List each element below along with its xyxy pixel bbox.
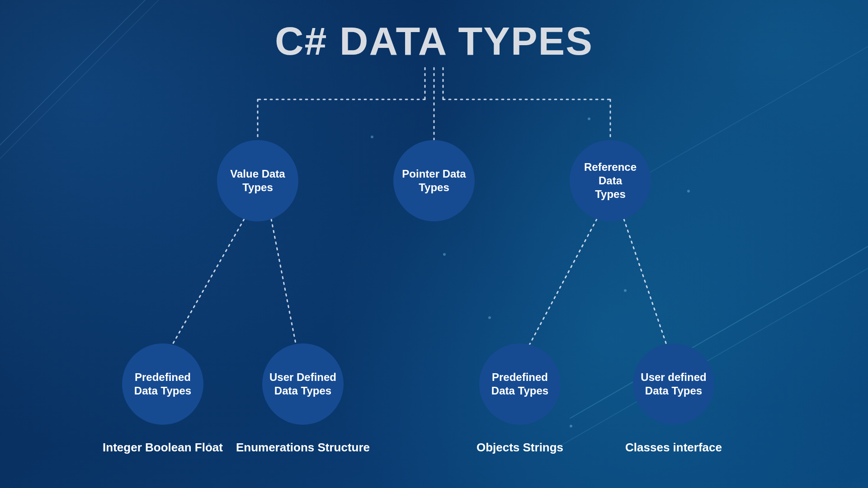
caption-value-predefined: Integer Boolean Float — [81, 441, 244, 455]
diagram-title: C# DATA TYPES — [0, 18, 868, 64]
node-reference-user-defined: User defined Data Types — [633, 343, 714, 425]
node-label: Value Data Types — [224, 167, 291, 194]
node-label: Predefined Data Types — [485, 371, 555, 398]
node-label: Predefined Data Types — [128, 371, 198, 398]
node-pointer-data-types: Pointer Data Types — [393, 140, 475, 221]
svg-line-10 — [624, 219, 667, 346]
node-value-data-types: Value Data Types — [217, 140, 298, 221]
caption-reference-predefined: Objects Strings — [439, 441, 601, 455]
caption-reference-user-defined: Classes interface — [592, 441, 755, 455]
node-value-predefined: Predefined Data Types — [122, 343, 203, 425]
connector-lines — [0, 0, 868, 488]
svg-line-9 — [529, 219, 597, 346]
node-reference-data-types: Reference Data Types — [570, 140, 651, 221]
node-value-user-defined: User Defined Data Types — [262, 343, 344, 425]
svg-line-7 — [172, 219, 244, 346]
node-label: User defined Data Types — [634, 371, 712, 398]
node-reference-predefined: Predefined Data Types — [479, 343, 561, 425]
caption-value-user-defined: Enumerations Structure — [222, 441, 384, 455]
node-label: Pointer Data Types — [396, 167, 472, 194]
node-label: User Defined Data Types — [263, 371, 343, 398]
svg-line-8 — [271, 219, 296, 346]
node-label: Reference Data Types — [570, 160, 651, 201]
